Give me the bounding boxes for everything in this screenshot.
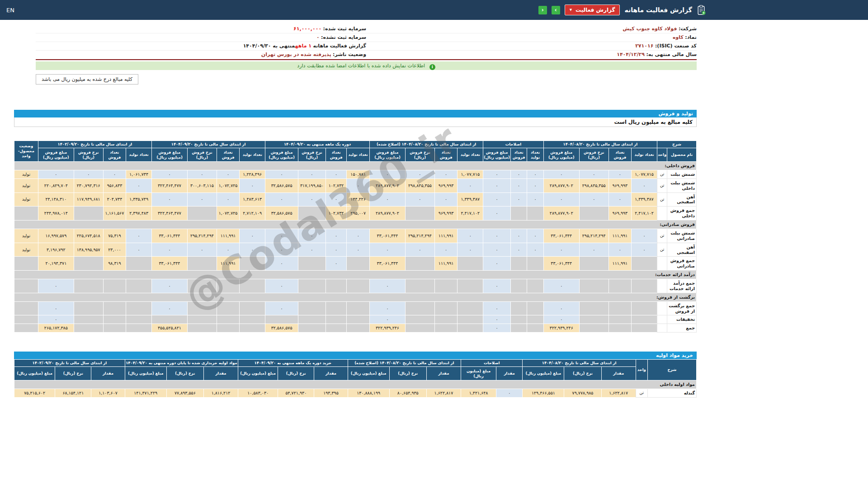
section-header-materials: خرید مواد اولیه: [14, 352, 697, 359]
value-cell: ۲۹۸,۸۴۵,۳۵۵: [405, 178, 434, 192]
status-cell: [14, 301, 38, 315]
production-amounts-note: کلیه مبالغ به میلیون ریال است: [14, 117, 697, 127]
value-cell: ۰: [151, 243, 187, 257]
value-cell: ۰: [434, 170, 458, 178]
value-cell: ۱۶,۹۹۷,۵۷۹: [38, 229, 74, 243]
value-cell: [103, 301, 126, 315]
table-row: جمع برگشت از فروش۰۰۰۰۰۰: [14, 301, 697, 315]
value-cell: ۰: [151, 192, 187, 206]
value-cell: [405, 324, 434, 333]
company-info: شرکت: فولاد کاوه جنوب کیش نماد: کاوه کد …: [36, 25, 697, 60]
company-name-link[interactable]: فولاد کاوه جنوب کیش: [623, 26, 677, 32]
column-header: تعداد فروش: [217, 148, 240, 162]
value-cell: [240, 324, 265, 333]
production-sales-table: شرحاز ابتدای سال مالی تا تاریخ ۱۴۰۴/۰۸/۳…: [14, 141, 697, 333]
value-cell: ۰: [632, 178, 657, 192]
value-cell: ۲۸۹,۸۷۷,۹۰۲: [543, 206, 579, 221]
info-label: کد صنعت (ISIC):: [655, 43, 697, 49]
value-cell: ۲۹۵,۲۱۴,۲۹۴: [187, 229, 217, 243]
value-cell: ۰: [483, 178, 511, 192]
value-cell: ۰: [527, 178, 543, 192]
company-info-left-column: سرمایه ثبت شده: ۶۱,۰۰۰,۰۰۰ سرمایه ثبت نش…: [36, 25, 366, 59]
value-cell: ۰: [405, 170, 434, 178]
column-group-header: خرید دوره یک ماهه منتهی به ۱۴۰۴/۰۹/۳۰: [238, 360, 348, 367]
value-cell: ۹۶۹,۹۹۳: [609, 178, 632, 192]
value-cell: ۰: [370, 243, 406, 257]
row-label: جمع: [667, 324, 697, 333]
column-header: مقدار: [426, 367, 461, 380]
value-cell: [298, 206, 326, 221]
value-cell: ۱,۴۲۱,۶۴۸: [461, 389, 496, 398]
report-type-dropdown[interactable]: گزارش فعالیت ▼: [565, 5, 620, 15]
value-cell: ۰: [298, 170, 326, 178]
registered-capital-value: ۶۱,۰۰۰,۰۰۰: [293, 26, 321, 32]
value-cell: ۰: [217, 243, 240, 257]
value-cell: ۰: [496, 389, 523, 398]
value-cell: ۰: [370, 315, 406, 324]
value-cell: ۰: [347, 229, 370, 243]
status-cell: [14, 257, 38, 271]
value-cell: ۱۰۲,۷۳۲: [326, 206, 347, 221]
group-row-label: مواد اولیه داخلی: [14, 380, 697, 389]
value-cell: [298, 315, 326, 324]
column-header: مبلغ (میلیون ریال): [461, 367, 496, 380]
status-cell: [14, 279, 38, 293]
info-label: سرمایه ثبت نشده:: [321, 34, 366, 40]
value-cell: ۲۳۰,۷۹۲,۳۱۶: [74, 178, 103, 192]
language-toggle[interactable]: EN: [6, 7, 14, 14]
value-cell: ۱,۰۷۲,۷۲۵: [217, 178, 240, 192]
value-cell: ۰: [579, 243, 609, 257]
previous-report-button[interactable]: ‹: [538, 6, 547, 14]
unit-cell: [657, 206, 667, 221]
value-cell: ۹۶۹,۹۹۳: [434, 206, 458, 221]
value-cell: ۰: [217, 170, 240, 178]
column-header: نرخ (ریال): [389, 367, 426, 380]
isic-value: ۲۷۱۰۱۶: [635, 43, 653, 49]
column-header: مبلغ (میلیون ریال): [238, 367, 278, 380]
value-cell: ۰: [38, 315, 74, 324]
column-header: مقدار: [203, 367, 238, 380]
value-cell: ۲۴۴,۹۷۸,۰۱۴: [38, 206, 74, 221]
value-cell: ۰: [151, 170, 187, 178]
table-row: گندلهتن۱,۶۲۲,۸۱۷۷۹,۷۷۸,۹۸۵۱۲۹,۴۶۶,۵۵۱۰۱,…: [14, 389, 697, 398]
unit-cell: [657, 324, 667, 333]
value-cell: ۰: [151, 279, 187, 293]
fiscal-year-row: سال مالی منتهی به: ۱۴۰۴/۱۲/۲۹: [366, 51, 697, 59]
column-header: مقدار: [91, 367, 125, 380]
value-cell: ۷۷,۸۹۳,۵۵۶: [166, 389, 203, 398]
value-cell: ۰: [265, 279, 298, 293]
value-cell: [240, 279, 265, 293]
value-cell: ۰: [483, 324, 511, 333]
status-cell: تولید: [14, 243, 38, 257]
value-cell: ۱۹۳,۳۹۵: [314, 389, 348, 398]
column-group-header: واحد: [636, 360, 647, 380]
value-cell: ۰: [483, 279, 511, 293]
value-cell: [458, 301, 483, 315]
unregistered-capital-row: سرمایه ثبت نشده: ۰: [36, 33, 366, 42]
value-cell: [405, 257, 434, 271]
column-header: مبلغ فروش (میلیون ریال): [38, 148, 74, 162]
value-cell: [579, 315, 609, 324]
value-cell: ۰: [370, 279, 406, 293]
info-label: نماد:: [685, 34, 697, 40]
value-cell: [217, 315, 240, 324]
value-cell: ۰: [483, 315, 511, 324]
value-cell: ۳۲۲,۹۳۹,۲۴۶: [543, 324, 579, 333]
value-cell: ۲۴,۱۴۸,۳۱۰: [38, 192, 74, 206]
value-cell: ۰: [298, 243, 326, 257]
value-cell: ۰: [187, 170, 217, 178]
next-report-button[interactable]: ›: [552, 6, 560, 14]
value-cell: ۲۸۹,۸۷۷,۹۰۲: [543, 178, 579, 192]
value-cell: ۰: [483, 206, 511, 221]
value-cell: ۱۰۲,۷۳۲: [326, 178, 347, 192]
value-cell: [405, 279, 434, 293]
column-header: مبلغ فروش (میلیون ریال): [265, 148, 298, 162]
value-cell: ۰: [434, 243, 458, 257]
value-cell: ۰: [510, 170, 527, 178]
column-header: تعداد فروش: [609, 148, 632, 162]
value-cell: ۲۸۹,۸۷۷,۹۰۲: [370, 206, 406, 221]
value-cell: ۰: [265, 243, 298, 257]
table-row: آهن اسفنجیتن۰۰۰۰۰۰۰۰۰۰۰۰۰۰۰۰۰۰۰۰۲۳,۰۰۰۱۳…: [14, 243, 697, 257]
value-cell: [527, 301, 543, 315]
row-label: شمش بیلت صادراتی: [667, 229, 697, 243]
